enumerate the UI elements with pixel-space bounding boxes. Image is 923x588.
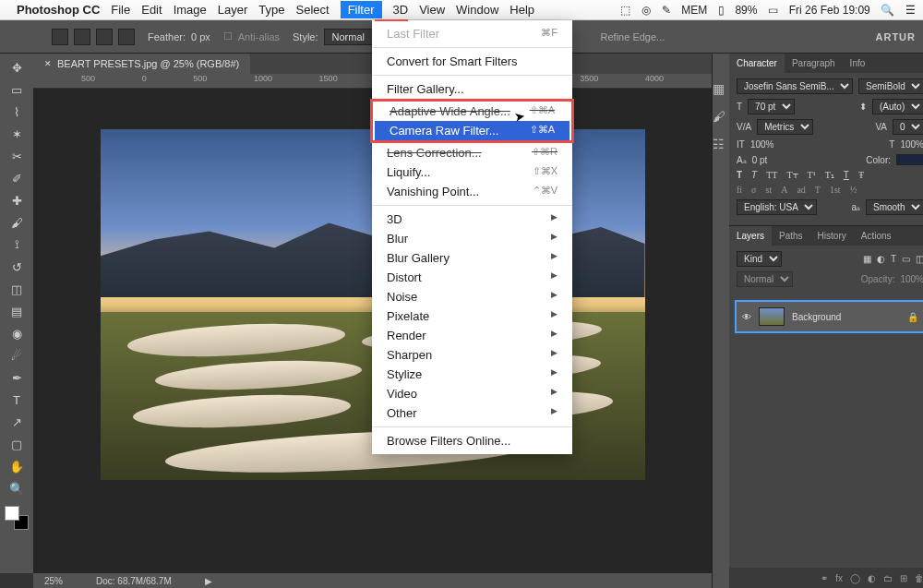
- tab-paths[interactable]: Paths: [772, 226, 810, 246]
- smallcaps-btn[interactable]: Tᴛ: [786, 170, 797, 180]
- rail-adjust-icon[interactable]: ☷: [713, 137, 729, 153]
- trash-icon[interactable]: 🗑: [915, 573, 923, 583]
- filter-smart-icon[interactable]: ◫: [916, 254, 923, 264]
- menu-last-filter[interactable]: Last Filter⌘F: [372, 24, 572, 43]
- menu-sharpen-sub[interactable]: Sharpen: [372, 345, 572, 365]
- workspace-label[interactable]: ARTUR: [876, 31, 917, 42]
- eyedropper-tool[interactable]: ✐: [6, 168, 27, 188]
- tab-layers[interactable]: Layers: [729, 226, 772, 246]
- new-layer-icon[interactable]: ⊞: [900, 573, 907, 583]
- path-tool[interactable]: ↗: [6, 412, 27, 432]
- close-tab-icon[interactable]: ✕: [44, 59, 52, 68]
- bold-btn[interactable]: T: [737, 170, 742, 180]
- kerning-select[interactable]: Metrics: [757, 119, 813, 135]
- font-weight-select[interactable]: SemiBold: [858, 78, 923, 94]
- tab-paragraph[interactable]: Paragraph: [785, 54, 843, 73]
- spotlight-icon[interactable]: 🔍: [881, 4, 894, 17]
- layer-kind-select[interactable]: Kind: [737, 251, 782, 267]
- font-family-select[interactable]: Josefin Sans SemiB...: [737, 78, 853, 94]
- lasso-tool[interactable]: ⌇: [6, 102, 27, 122]
- fx-icon[interactable]: fx: [835, 573, 843, 583]
- vol-icon[interactable]: ▯: [718, 4, 725, 17]
- dropbox-icon[interactable]: ⬚: [620, 4, 630, 17]
- link-icon[interactable]: ⚭: [821, 573, 828, 583]
- menu-convert-smart[interactable]: Convert for Smart Filters: [372, 52, 572, 71]
- menu-vanishing-point[interactable]: Vanishing Point...⌃⌘V: [372, 182, 572, 201]
- menu-stylize-sub[interactable]: Stylize: [372, 365, 572, 384]
- menu-video-sub[interactable]: Video: [372, 384, 572, 403]
- adjustment-icon[interactable]: ◐: [868, 573, 876, 583]
- marquee-mode-int[interactable]: [118, 29, 135, 45]
- menu-liquify[interactable]: Liquify...⇧⌘X: [372, 162, 572, 182]
- marquee-mode-sub[interactable]: [96, 29, 113, 45]
- layer-row-background[interactable]: 👁 Background 🔒: [735, 300, 923, 333]
- menu-type[interactable]: Type: [258, 3, 284, 17]
- filter-pixel-icon[interactable]: ▦: [863, 254, 871, 264]
- feather-value[interactable]: 0 px: [191, 31, 210, 42]
- group-icon[interactable]: 🗀: [883, 573, 893, 583]
- strike-btn[interactable]: Ŧ: [858, 170, 864, 180]
- menu-layer[interactable]: Layer: [218, 3, 248, 17]
- sub-btn[interactable]: T₁: [825, 170, 834, 180]
- antialias-check[interactable]: ☐: [223, 30, 233, 42]
- menu-3d-sub[interactable]: 3D: [372, 210, 572, 229]
- menu-browse-online[interactable]: Browse Filters Online...: [372, 431, 572, 450]
- blend-mode-select[interactable]: Normal: [737, 271, 793, 287]
- menu-render-sub[interactable]: Render: [372, 326, 572, 345]
- marquee-mode-new[interactable]: [52, 29, 68, 45]
- vscale-value[interactable]: 100%: [750, 139, 774, 150]
- menu-pixelate-sub[interactable]: Pixelate: [372, 306, 572, 326]
- underline-btn[interactable]: T: [844, 170, 849, 180]
- menu-3d[interactable]: 3D: [393, 3, 409, 17]
- status-arrow-icon[interactable]: ▶: [205, 576, 212, 586]
- menu-blur-sub[interactable]: Blur: [372, 229, 572, 248]
- menu-filter[interactable]: Filter: [341, 1, 382, 18]
- fg-swatch[interactable]: [5, 506, 19, 521]
- tab-actions[interactable]: Actions: [854, 226, 899, 246]
- menu-lens-correction[interactable]: Lens Correction...⇧⌘R: [372, 143, 572, 162]
- tracking-select[interactable]: 0: [893, 119, 923, 135]
- menu-edit[interactable]: Edit: [141, 3, 162, 17]
- zoom-tool[interactable]: 🔍: [6, 478, 27, 498]
- menu-wide-angle[interactable]: Adaptive Wide Angle...⇧⌘A: [375, 102, 569, 121]
- doc-size[interactable]: Doc: 68.7M/68.7M: [96, 576, 172, 586]
- move-tool[interactable]: ✥: [6, 57, 27, 78]
- hscale-value[interactable]: 100%: [900, 139, 923, 150]
- menu-image[interactable]: Image: [174, 3, 207, 17]
- menu-noise-sub[interactable]: Noise: [372, 287, 572, 306]
- marquee-tool[interactable]: ▭: [6, 79, 27, 100]
- menu-other-sub[interactable]: Other: [372, 403, 572, 423]
- layer-name[interactable]: Background: [792, 312, 841, 322]
- zoom-level[interactable]: 25%: [44, 576, 63, 586]
- refine-edge-button[interactable]: Refine Edge...: [601, 31, 665, 42]
- battery-icon[interactable]: ▭: [768, 4, 778, 17]
- lang-select[interactable]: English: USA: [737, 199, 817, 215]
- brush-tool[interactable]: 🖌: [6, 212, 27, 233]
- eraser-tool[interactable]: ◫: [6, 279, 27, 299]
- stamp-tool[interactable]: ⟟: [6, 234, 27, 255]
- heal-tool[interactable]: ✚: [6, 190, 27, 210]
- filter-type-icon[interactable]: T: [891, 254, 896, 264]
- super-btn[interactable]: T¹: [808, 170, 816, 180]
- evernote-icon[interactable]: ✎: [662, 4, 671, 17]
- menu-help[interactable]: Help: [509, 3, 534, 17]
- menu-distort-sub[interactable]: Distort: [372, 268, 572, 287]
- tab-info[interactable]: Info: [843, 54, 873, 73]
- aa-select[interactable]: Smooth: [866, 199, 923, 215]
- document-tab[interactable]: ✕ BEART PRESETS.jpg @ 25% (RGB/8#): [33, 54, 250, 74]
- rail-swatch-icon[interactable]: ▦: [713, 81, 729, 98]
- char-color-swatch[interactable]: [896, 154, 923, 165]
- menu-camera-raw[interactable]: Camera Raw Filter...⇧⌘A: [375, 121, 569, 140]
- type-tool[interactable]: T: [6, 390, 27, 410]
- hand-tool[interactable]: ✋: [6, 456, 27, 476]
- app-name[interactable]: Photoshop CC: [17, 3, 100, 17]
- baseline-value[interactable]: 0 pt: [752, 155, 768, 165]
- pen-tool[interactable]: ✒: [6, 367, 27, 388]
- color-swatches[interactable]: [5, 506, 29, 530]
- menu-view[interactable]: View: [419, 3, 445, 17]
- rail-brush-icon[interactable]: 🖌: [713, 109, 729, 126]
- menu-window[interactable]: Window: [456, 3, 498, 17]
- blur-tool[interactable]: ◉: [6, 323, 27, 343]
- visibility-icon[interactable]: 👁: [742, 312, 751, 322]
- filter-shape-icon[interactable]: ▭: [902, 254, 910, 264]
